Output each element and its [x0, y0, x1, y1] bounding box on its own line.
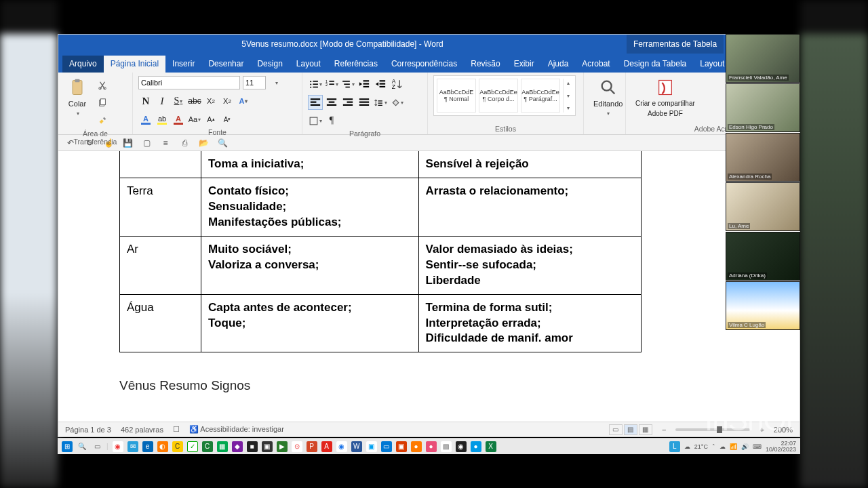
- editing-button[interactable]: Editando▾: [589, 75, 627, 119]
- tab-view[interactable]: Exibir: [507, 56, 541, 73]
- tab-help[interactable]: Ajuda: [541, 56, 576, 73]
- font-size-input[interactable]: [243, 76, 266, 89]
- text-effects-button[interactable]: A▾: [236, 94, 251, 108]
- table-cell[interactable]: Muito sociável;Valoriza a conversa;: [201, 236, 419, 294]
- font-name-input[interactable]: [138, 76, 240, 89]
- video-tile[interactable]: Vilma C Lugão: [726, 281, 800, 330]
- table-cell[interactable]: Capta antes de acontecer;Toque;: [201, 294, 419, 352]
- zoom-out-button[interactable]: −: [662, 426, 666, 434]
- table-cell[interactable]: Sensível à rejeição: [418, 151, 641, 178]
- style-normal[interactable]: AaBbCcDdE¶ Normal: [437, 79, 476, 113]
- taskbar-app[interactable]: ●: [411, 441, 422, 452]
- taskbar-app[interactable]: ▤: [441, 441, 452, 452]
- taskbar-app[interactable]: ▭: [381, 441, 392, 452]
- style-paragraph[interactable]: AaBbCcDdEe¶ Parágraf...: [521, 79, 560, 113]
- increase-indent-button[interactable]: [373, 77, 388, 92]
- task-view[interactable]: ▭: [92, 441, 102, 452]
- font-color2-button[interactable]: A: [171, 112, 186, 127]
- zoom-in-button[interactable]: +: [760, 426, 764, 434]
- taskbar-app[interactable]: ▦: [217, 441, 228, 452]
- taskbar-app[interactable]: ▶: [277, 441, 288, 452]
- table-cell[interactable]: Contato físico;Sensualidade;Manifestaçõe…: [201, 178, 419, 236]
- highlight-button[interactable]: ab: [155, 112, 170, 127]
- status-words[interactable]: 462 palavras: [121, 426, 163, 434]
- view-web[interactable]: ▦: [639, 424, 652, 435]
- tray-lang-icon[interactable]: ⌨: [753, 443, 762, 450]
- shading-button[interactable]: ▾: [389, 95, 404, 110]
- align-left-button[interactable]: [308, 95, 323, 110]
- tab-acrobat[interactable]: Acrobat: [575, 56, 616, 73]
- bold-button[interactable]: N: [138, 94, 153, 108]
- tab-home[interactable]: Página Inicial: [104, 56, 165, 73]
- taskbar-app[interactable]: ▣: [262, 441, 273, 452]
- copy-button[interactable]: [95, 96, 110, 110]
- multilevel-button[interactable]: ▾: [340, 77, 355, 92]
- numbering-button[interactable]: 12▾: [324, 77, 339, 92]
- format-painter-button[interactable]: [95, 113, 110, 128]
- taskbar-word[interactable]: W: [351, 441, 362, 452]
- tab-mailings[interactable]: Correspondências: [384, 56, 464, 73]
- italic-button[interactable]: I: [155, 94, 170, 108]
- align-center-button[interactable]: [324, 95, 339, 110]
- table-cell[interactable]: Termina de forma sutil;Interpretação err…: [418, 294, 641, 352]
- status-page[interactable]: Página 1 de 3: [65, 426, 111, 434]
- zoom-slider[interactable]: [675, 428, 750, 431]
- view-read[interactable]: ▭: [609, 424, 623, 435]
- taskbar-app[interactable]: ●: [426, 441, 437, 452]
- font-size-dropdown[interactable]: ▾: [269, 75, 284, 90]
- open-button[interactable]: 📂: [198, 138, 209, 148]
- table-cell[interactable]: Valor demasiado às ideias;Sentir--se suf…: [418, 236, 641, 294]
- taskbar-powerpoint[interactable]: P: [307, 441, 317, 452]
- content-table[interactable]: Toma a iniciativa;Sensível à rejeiçãoTer…: [119, 151, 642, 352]
- tray-onedrive-icon[interactable]: ☁: [719, 443, 726, 450]
- taskbar-search[interactable]: 🔍: [77, 441, 87, 452]
- taskbar-app[interactable]: ✓: [187, 441, 198, 452]
- borders-button[interactable]: ▾: [308, 113, 323, 128]
- system-tray[interactable]: L ☁ 21°C ˄ ☁ 📶 🔊 ⌨ 22:07 10/02/2023: [669, 441, 796, 453]
- tray-app-icon[interactable]: L: [669, 441, 680, 452]
- document-area[interactable]: Toma a iniciativa;Sensível à rejeiçãoTer…: [58, 151, 800, 422]
- decrease-indent-button[interactable]: [357, 77, 372, 92]
- taskbar-app[interactable]: ◉: [113, 441, 123, 452]
- taskbar-chrome[interactable]: ◉: [336, 441, 347, 452]
- superscript-button[interactable]: X2: [220, 94, 235, 108]
- sort-button[interactable]: AZ: [389, 77, 404, 92]
- video-tile[interactable]: Edson Higo Prado: [726, 83, 800, 132]
- zoom-level[interactable]: 200%: [774, 426, 793, 434]
- bullets-button[interactable]: ▾: [308, 77, 323, 92]
- table-row[interactable]: ArMuito sociável;Valoriza a conversa;Val…: [120, 236, 642, 294]
- justify-button[interactable]: [357, 95, 372, 110]
- table-cell[interactable]: Toma a iniciativa;: [201, 151, 419, 178]
- table-row[interactable]: TerraContato físico;Sensualidade;Manifes…: [120, 178, 642, 236]
- video-tile[interactable]: Franscieli Valadão, Ame: [726, 34, 800, 83]
- video-tile[interactable]: Adriana (Drika): [726, 232, 800, 281]
- subscript-button[interactable]: X2: [203, 94, 218, 108]
- adobe-share-button[interactable]: Criar e compartilhar Adobe PDF: [631, 75, 699, 120]
- spacing-button[interactable]: ≡: [160, 138, 171, 148]
- tab-references[interactable]: Referências: [328, 56, 384, 73]
- taskbar-app[interactable]: ■: [247, 441, 258, 452]
- styles-gallery[interactable]: AaBbCcDdE¶ Normal AaBbCcDdEe¶ Corpo d...…: [433, 75, 576, 116]
- taskbar-excel[interactable]: X: [486, 441, 496, 452]
- shrink-font-button[interactable]: A▾: [220, 112, 235, 127]
- view-print[interactable]: ▤: [624, 424, 637, 435]
- show-marks-button[interactable]: ¶: [324, 113, 339, 128]
- font-color-button[interactable]: A: [138, 112, 153, 127]
- taskbar-app[interactable]: C: [202, 441, 213, 452]
- status-lang-icon[interactable]: ☐: [173, 425, 180, 434]
- taskbar-pdf[interactable]: A: [321, 441, 332, 452]
- grow-font-button[interactable]: A▴: [203, 112, 218, 127]
- align-right-button[interactable]: [340, 95, 355, 110]
- taskbar-app[interactable]: ◐: [157, 441, 168, 452]
- taskbar-app[interactable]: ▣: [396, 441, 407, 452]
- status-accessibility[interactable]: ♿ Acessibilidade: investigar: [189, 425, 284, 434]
- preview-button[interactable]: 🔍: [217, 138, 228, 148]
- taskbar-app[interactable]: ⊙: [292, 441, 302, 452]
- paste-button[interactable]: Colar ▾: [64, 75, 91, 119]
- video-tile[interactable]: Lu, Ame: [726, 182, 800, 231]
- tab-layout[interactable]: Layout: [290, 56, 328, 73]
- tab-file[interactable]: Arquivo: [62, 56, 104, 73]
- styles-more[interactable]: ▴▾▾: [563, 79, 572, 113]
- taskbar-app[interactable]: ●: [471, 441, 481, 452]
- table-cell[interactable]: Terra: [120, 178, 201, 236]
